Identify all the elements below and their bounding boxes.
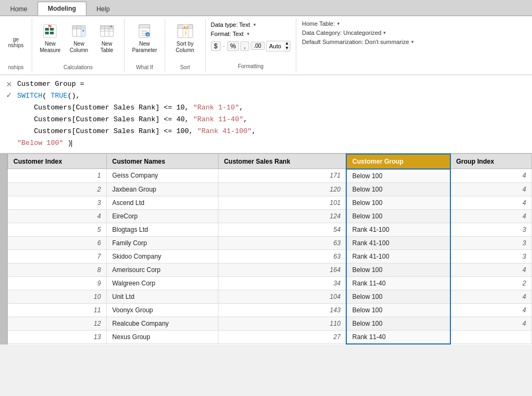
table-row: 8 Amerisourc Corp 164 Below 100 4 [8, 263, 532, 276]
table-row: 10 Unit Ltd 104 Below 100 4 [8, 290, 532, 303]
col-header-customer-sales-rank[interactable]: Customer Sales Rank [218, 154, 347, 169]
cell-index: 4 [8, 209, 107, 223]
format-dropdown-arrow[interactable]: ▾ [247, 31, 250, 36]
spinner-down[interactable]: ▼ [284, 46, 290, 51]
new-table-button[interactable]: + New Table [94, 20, 120, 56]
sort-by-column-label: Sort by Column [176, 41, 194, 54]
cell-index: 6 [8, 236, 107, 250]
summarization-dropdown[interactable]: ▾ [411, 39, 414, 45]
cell-group: Rank 11-40 [346, 330, 450, 344]
cell-index: 3 [8, 196, 107, 209]
tab-help[interactable]: Help [86, 2, 120, 16]
ribbon: genships nships fx New Measure [0, 16, 532, 75]
formula-str3: "Rank 41-100" [197, 127, 251, 135]
datatype-dropdown-arrow[interactable]: ▾ [253, 22, 256, 27]
cell-group-index: 4 [450, 317, 532, 330]
cell-group: Below 100 [346, 209, 450, 223]
new-table-label: New Table [100, 41, 113, 54]
col-header-customer-index[interactable]: Customer Index [8, 154, 107, 169]
cell-name: Nexus Group [106, 330, 218, 344]
cell-group: Rank 41-100 [346, 223, 450, 236]
cell-rank: 171 [218, 169, 347, 183]
table-row: 3 Ascend Ltd 101 Below 100 4 [8, 196, 532, 209]
table-row: 4 EireCorp 124 Below 100 4 [8, 209, 532, 223]
home-table-dropdown[interactable]: ▾ [337, 21, 340, 26]
percent-button[interactable]: % [227, 41, 239, 51]
group-label-relationships: nships [8, 63, 24, 70]
svg-rect-4 [50, 32, 54, 34]
auto-value: Auto [267, 42, 284, 50]
calculations-group-label: Calculations [63, 63, 92, 70]
formula-close: ) [63, 139, 72, 147]
formula-str4: "Below 100" [17, 139, 63, 147]
table-row: 9 Walgreen Corp 34 Rank 11-40 2 [8, 276, 532, 290]
cell-index: 2 [8, 182, 107, 196]
cell-group: Rank 41-100 [346, 236, 450, 250]
cell-index: 7 [8, 250, 107, 263]
col-header-customer-names[interactable]: Customer Names [106, 154, 218, 169]
whatif-group-label: What If [136, 63, 153, 70]
col-header-group-index[interactable]: Group Index [450, 154, 532, 169]
cell-name: Voonyx Group [106, 303, 218, 317]
table-row: 6 Family Corp 63 Rank 41-100 3 [8, 236, 532, 250]
cell-index: 10 [8, 290, 107, 303]
table-row: 1 Geiss Company 171 Below 100 4 [8, 169, 532, 183]
comma-button[interactable]: , [241, 41, 249, 51]
main-content: Customer Index Customer Names Customer S… [0, 153, 532, 344]
svg-text:fx: fx [48, 24, 52, 28]
cell-group-index: 4 [450, 290, 532, 303]
cell-name: Skidoo Company [106, 250, 218, 263]
formula-switch-kw: SWITCH [17, 92, 42, 100]
table-row: 12 Realcube Company 110 Below 100 4 [8, 317, 532, 330]
sort-by-column-icon: AZ ↕ [177, 23, 194, 40]
data-table: Customer Index Customer Names Customer S… [8, 153, 532, 344]
formula-bar: ✕ ✓ Customer Group = SWITCH( TRUE(), Cus… [0, 75, 532, 153]
auto-spinner[interactable]: Auto ▲ ▼ [266, 41, 291, 52]
new-parameter-icon: ? [136, 23, 153, 40]
spinner-arrows[interactable]: ▲ ▼ [284, 41, 290, 51]
new-column-icon: + [70, 23, 88, 40]
tab-modeling[interactable]: Modeling [38, 2, 86, 16]
svg-rect-3 [45, 32, 49, 34]
svg-text:↕: ↕ [184, 30, 187, 35]
formula-column-name: Customer Group = [17, 80, 84, 88]
tab-home[interactable]: Home [0, 2, 38, 16]
cell-group: Below 100 [346, 317, 450, 330]
cell-group: Rank 11-40 [346, 276, 450, 290]
ribbon-group-sort: AZ ↕ Sort by Column Sort [165, 18, 206, 72]
svg-text:?: ? [147, 33, 149, 36]
new-measure-button[interactable]: fx New Measure [37, 20, 64, 56]
home-table-label: Home Table: [302, 20, 335, 27]
cell-rank: 104 [218, 290, 347, 303]
formula-cursor [71, 140, 72, 147]
separator1: - [223, 43, 224, 49]
cell-index: 8 [8, 263, 107, 276]
data-category-dropdown[interactable]: ▾ [383, 30, 386, 35]
new-column-button[interactable]: + New Column [66, 20, 92, 56]
decimal-button[interactable]: .00 [251, 42, 265, 50]
formula-indent3: Customers[Customer Sales Rank] <= 100, [17, 127, 197, 135]
table-row: 7 Skidoo Company 63 Rank 41-100 3 [8, 250, 532, 263]
properties-section: Home Table: ▾ Data Category: Uncategoriz… [296, 18, 419, 72]
cell-index: 12 [8, 317, 107, 330]
tab-bar: Home Modeling Help [0, 0, 532, 16]
formula-code[interactable]: Customer Group = SWITCH( TRUE(), Custome… [17, 78, 527, 150]
formatting-label: Formatting [211, 63, 291, 69]
sort-by-column-button[interactable]: AZ ↕ Sort by Column [170, 20, 201, 56]
data-category-label: Data Category: Uncategorized [302, 30, 381, 36]
cell-group-index: 4 [450, 303, 532, 317]
cell-name: Ascend Ltd [106, 196, 218, 209]
formula-confirm-button[interactable]: ✓ [5, 90, 13, 100]
dollar-button[interactable]: $ [211, 41, 221, 51]
cell-rank: 110 [218, 317, 347, 330]
cell-name: Walgreen Corp [106, 276, 218, 290]
new-parameter-button[interactable]: ? New Parameter [129, 20, 161, 56]
cell-rank: 143 [218, 303, 347, 317]
ribbon-group-calculations: fx New Measure + New Column [32, 18, 125, 72]
col-header-customer-group[interactable]: Customer Group [346, 154, 450, 169]
new-table-icon: + [98, 23, 115, 40]
cell-name: Jaxbean Group [106, 182, 218, 196]
formula-cancel-button[interactable]: ✕ [5, 79, 13, 89]
formula-str2: "Rank 11-40" [193, 115, 244, 123]
cell-group-index: 4 [450, 263, 532, 276]
